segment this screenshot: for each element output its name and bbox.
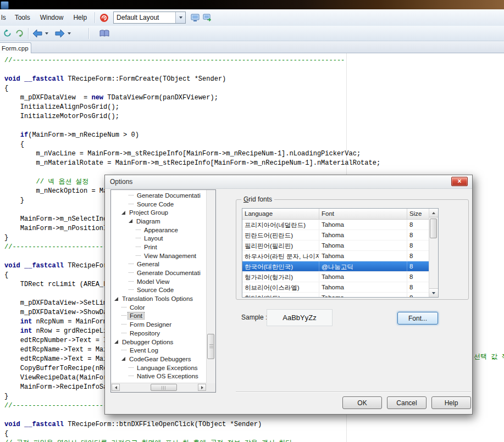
tree-item-translation-tools-options[interactable]: Translation Tools Options xyxy=(111,294,207,303)
refresh-icon[interactable] xyxy=(1,27,13,40)
menu-window[interactable]: Window xyxy=(35,9,69,26)
grid-row[interactable]: 한국어(대한민국)@나눔고딕8 xyxy=(242,261,438,272)
tree-item-label: Diagram xyxy=(135,218,162,225)
back-history-chevron-icon[interactable] xyxy=(43,28,49,39)
tree-item-native-os-exceptions[interactable]: Native OS Exceptions xyxy=(111,372,207,381)
scroll-up-button[interactable] xyxy=(429,209,438,217)
tree-connector xyxy=(129,195,134,196)
code-line: void __fastcall TRecipeForm::FormCreate(… xyxy=(4,75,380,84)
scroll-down-button[interactable] xyxy=(429,288,438,297)
help-book-icon[interactable] xyxy=(98,27,110,40)
tree-connector xyxy=(129,289,134,290)
expanded-node-icon[interactable] xyxy=(114,297,118,301)
save-debug-layout-icon[interactable] xyxy=(201,12,213,24)
tab-form-cpp[interactable]: Form.cpp xyxy=(0,42,31,53)
language-cell: 힌디어(인도) xyxy=(242,293,319,298)
close-button[interactable]: × xyxy=(451,177,468,186)
tree-item-label: Language Exceptions xyxy=(135,365,200,371)
save-layout-icon[interactable] xyxy=(189,12,201,24)
tree-item-label: Appearance xyxy=(142,227,180,233)
tree-item-source-code[interactable]: Source Code xyxy=(111,286,207,295)
tree-item-generate-documentati[interactable]: Generate Documentati xyxy=(111,191,207,200)
grid-row[interactable]: 헝가리어(헝가리)Tahoma8 xyxy=(242,272,438,282)
language-cell: 한국어(대한민국) xyxy=(242,261,319,271)
tree-vertical-scrollbar[interactable] xyxy=(206,190,215,384)
expanded-node-icon[interactable] xyxy=(129,219,132,223)
code-line: InitializeAlignPosGrid(); xyxy=(4,103,380,112)
navigate-forward-icon[interactable] xyxy=(54,27,66,40)
menu-tools[interactable]: Tools xyxy=(10,9,35,26)
tree-item-general[interactable]: General xyxy=(111,260,207,269)
expanded-node-icon[interactable] xyxy=(114,340,118,344)
tree-item-label: Source Code xyxy=(135,287,175,293)
code-line xyxy=(4,121,380,131)
scrollbar-thumb[interactable] xyxy=(207,334,214,359)
size-cell: 8 xyxy=(407,272,429,282)
help-button[interactable]: Help xyxy=(431,396,471,409)
scrollbar-thumb[interactable] xyxy=(430,219,437,238)
size-cell: 8 xyxy=(407,251,429,261)
arrow-right-icon xyxy=(201,386,203,389)
tree-horizontal-scrollbar[interactable] xyxy=(111,383,207,392)
code-line: { xyxy=(4,429,380,439)
tree-item-project-group[interactable]: Project Group xyxy=(111,208,207,217)
desktop-swirl-icon[interactable] xyxy=(98,12,110,24)
cancel-button[interactable]: Cancel xyxy=(387,396,427,409)
tree-item-source-code[interactable]: Source Code xyxy=(111,200,207,209)
grid-row[interactable]: 하우사어(라틴 문자, 나이지리Tahoma8 xyxy=(242,251,438,261)
scroll-left-button[interactable] xyxy=(112,384,120,391)
expanded-node-icon[interactable] xyxy=(121,357,125,361)
desktop-layout-combo[interactable]: Default Layout xyxy=(113,12,186,24)
grid-row[interactable]: 프리지아어(네덜란드)Tahoma8 xyxy=(242,220,438,230)
tree-item-appearance[interactable]: Appearance xyxy=(111,226,207,234)
grid-vertical-scrollbar[interactable] xyxy=(429,209,438,297)
table-header-row: LanguageFontSize xyxy=(242,209,438,220)
grid-row[interactable]: 핀란드어(핀란드)Tahoma8 xyxy=(242,230,438,240)
dialog-titlebar[interactable]: Options × xyxy=(105,175,472,189)
tree-item-diagram[interactable]: Diagram xyxy=(111,217,207,226)
tree-item-generate-documentati[interactable]: Generate Documentati xyxy=(111,268,207,277)
grid-fonts-groupbox: Grid fonts LanguageFontSize 프리지아어(네덜란드)T… xyxy=(236,199,469,300)
language-cell: 프리지아어(네덜란드) xyxy=(242,220,319,230)
tree-item-print[interactable]: Print xyxy=(111,243,207,251)
tree-item-model-view[interactable]: Model View xyxy=(111,277,207,286)
tree-item-language-exceptions[interactable]: Language Exceptions xyxy=(111,363,207,372)
font-button[interactable]: Font... xyxy=(397,312,438,324)
options-tree[interactable]: Generate DocumentatiSource CodeProject G… xyxy=(110,189,216,393)
tree-item-color[interactable]: Color xyxy=(111,303,207,312)
grid-fonts-table[interactable]: LanguageFontSize 프리지아어(네덜란드)Tahoma8핀란드어(… xyxy=(242,208,439,298)
ok-button[interactable]: OK xyxy=(342,396,382,409)
column-header-font[interactable]: Font xyxy=(319,209,407,219)
grid-row[interactable]: 히브리어(이스라엘)Tahoma8 xyxy=(242,282,438,293)
scrollbar-thumb[interactable] xyxy=(151,384,177,391)
menu-help[interactable]: Help xyxy=(68,9,92,26)
tree-item-codegear-debuggers[interactable]: CodeGear Debuggers xyxy=(111,355,207,363)
column-header-language[interactable]: Language xyxy=(242,209,319,219)
scroll-right-button[interactable] xyxy=(198,384,206,391)
comment-overflow-fragment: 선택 값 적용 xyxy=(474,352,504,361)
expanded-node-icon[interactable] xyxy=(121,211,125,215)
grid-row[interactable]: 필리핀어(필리핀)Tahoma8 xyxy=(242,240,438,251)
code-line: m_pDXFDataView = new TDataViewForm(panDX… xyxy=(4,93,380,103)
tree-connector xyxy=(136,255,141,256)
font-cell: Tahoma xyxy=(319,282,407,292)
menu-fragment[interactable]: ls xyxy=(0,14,10,21)
options-dialog: Options × Generate DocumentatiSource Cod… xyxy=(104,175,473,415)
refresh-alt-icon[interactable] xyxy=(13,27,25,40)
tree-item-font[interactable]: Font xyxy=(111,312,207,321)
column-header-size[interactable]: Size xyxy=(407,209,429,219)
grid-row[interactable]: 힌디어(인도)Tahoma8 xyxy=(242,293,438,298)
navigate-back-icon[interactable] xyxy=(31,27,43,40)
tree-item-form-designer[interactable]: Form Designer xyxy=(111,320,207,329)
tree-item-label: Translation Tools Options xyxy=(120,295,195,302)
forward-history-chevron-icon[interactable] xyxy=(66,28,72,39)
tree-item-layout[interactable]: Layout xyxy=(111,234,207,243)
font-cell: Tahoma xyxy=(319,251,407,261)
tree-item-repository[interactable]: Repository xyxy=(111,329,207,338)
tree-item-event-log[interactable]: Event Log xyxy=(111,346,207,355)
tree-item-debugger-options[interactable]: Debugger Options xyxy=(111,338,207,346)
chevron-down-icon[interactable] xyxy=(175,12,185,23)
tree-item-label: Generate Documentati xyxy=(135,270,202,276)
tree-item-view-management[interactable]: View Management xyxy=(111,251,207,260)
code-line: InitializeMotorPosGrid(); xyxy=(4,112,380,121)
